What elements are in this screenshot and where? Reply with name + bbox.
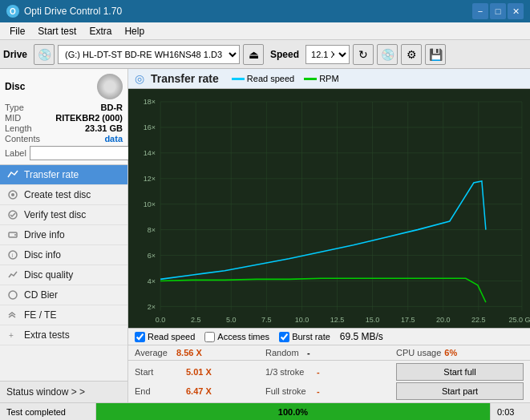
svg-text:10×: 10× (144, 200, 156, 208)
access-times-checkbox[interactable] (204, 332, 215, 342)
status-window-button[interactable]: Status window > > (0, 381, 127, 402)
disc-length-label: Length (5, 123, 32, 133)
access-times-checkbox-label: Access times (217, 332, 269, 341)
action-end-row: End 6.47 X (135, 382, 262, 400)
menu-help[interactable]: Help (118, 24, 151, 38)
nav-disc-quality[interactable]: Disc quality (0, 265, 127, 285)
svg-text:8×: 8× (148, 226, 156, 234)
nav-cd-bier[interactable]: CD Bier (0, 285, 127, 305)
svg-point-1 (11, 193, 14, 196)
stat-random-value: - (307, 348, 310, 357)
time-display: 0:03 (490, 403, 530, 420)
disc-contents-row: Contents data (5, 134, 123, 143)
svg-text:14×: 14× (144, 149, 156, 157)
start-part-button[interactable]: Start part (396, 382, 524, 400)
nav-verify-test-disc-label: Verify test disc (24, 209, 86, 220)
disc-mid-label: MID (5, 113, 21, 123)
svg-text:4×: 4× (148, 277, 156, 285)
chart-title: Transfer rate (151, 72, 219, 85)
svg-text:18×: 18× (144, 98, 156, 106)
chart-svg: 18× 16× 14× 12× 10× 8× 6× 4× 2× 0.0 2.5 … (128, 89, 530, 328)
main-content: Disc Type BD-R MID RITEKBR2 (000) Length… (0, 69, 530, 402)
disc-type-value: BD-R (101, 103, 123, 112)
stat-random-label: Random (265, 348, 304, 357)
svg-text:12.5: 12.5 (330, 315, 345, 323)
stat-cpu-value: 6% (444, 348, 457, 357)
menu-bar: File Start test Extra Help (0, 22, 530, 40)
title-controls: − □ ✕ (472, 3, 524, 19)
action-full-stroke-value: - (317, 386, 320, 396)
action-stroke-1-3-value: - (317, 367, 320, 377)
svg-text:7.5: 7.5 (261, 315, 272, 323)
refresh-button[interactable]: ↻ (353, 44, 374, 65)
chart-icon: ◎ (135, 72, 144, 85)
chart-area: ◎ Transfer rate Read speed RPM (128, 69, 530, 402)
disc-contents-label: Contents (5, 134, 40, 143)
action-start-label: Start (135, 367, 183, 377)
nav-verify-test-disc[interactable]: Verify test disc (0, 205, 127, 225)
nav-drive-info[interactable]: Drive info (0, 225, 127, 245)
checkbox-access-times[interactable]: Access times (204, 332, 269, 342)
stat-random-row: Random - (265, 348, 393, 357)
save-button[interactable]: 💾 (425, 44, 446, 65)
disc-type-row: Type BD-R (5, 103, 123, 112)
checkbox-read-speed[interactable]: Read speed (135, 332, 195, 342)
menu-extra[interactable]: Extra (83, 24, 118, 38)
nav-disc-info[interactable]: i Disc info (0, 245, 127, 265)
drive-select[interactable]: (G:) HL-DT-ST BD-RE WH16NS48 1.D3 (58, 45, 240, 64)
toolbar: Drive 💿 (G:) HL-DT-ST BD-RE WH16NS48 1.D… (0, 40, 530, 69)
drive-info-icon (6, 228, 19, 241)
disc-label-row: Label 🔍 (5, 145, 123, 161)
disc-button[interactable]: 💿 (377, 44, 398, 65)
nav-extra-tests-label: Extra tests (24, 329, 70, 341)
stat-cpu-label: CPU usage (396, 348, 441, 357)
nav-extra-tests[interactable]: + Extra tests (0, 325, 127, 345)
nav-disc-info-label: Disc info (24, 249, 61, 260)
action-start-value: 5.01 X (186, 367, 212, 377)
speed-label: Speed (270, 49, 299, 60)
minimize-button[interactable]: − (472, 3, 488, 19)
svg-text:17.5: 17.5 (401, 315, 415, 323)
read-speed-checkbox[interactable] (135, 332, 145, 342)
maximize-button[interactable]: □ (490, 3, 506, 19)
checkbox-burst-rate[interactable]: Burst rate (279, 332, 330, 342)
disc-type-label: Type (5, 103, 24, 112)
svg-text:16×: 16× (144, 123, 156, 131)
eject-button[interactable]: ⏏ (243, 44, 264, 65)
nav-transfer-rate[interactable]: Transfer rate (0, 165, 127, 185)
burst-rate-checkbox[interactable] (279, 332, 289, 342)
burst-rate-checkbox-label: Burst rate (292, 332, 330, 341)
svg-text:12×: 12× (144, 175, 156, 183)
action-end-label: End (135, 386, 183, 396)
disc-length-value: 23.31 GB (85, 123, 123, 133)
svg-rect-9 (128, 89, 530, 328)
disc-contents-value[interactable]: data (104, 134, 123, 143)
svg-text:2×: 2× (148, 302, 156, 310)
disc-panel: Disc Type BD-R MID RITEKBR2 (000) Length… (0, 69, 127, 165)
action-start-row: Start 5.01 X (135, 363, 262, 381)
svg-text:15.0: 15.0 (366, 315, 380, 323)
disc-icon (97, 74, 123, 99)
verify-test-disc-icon (6, 208, 19, 221)
status-bar: Test completed 100.0% 0:03 (0, 402, 530, 420)
svg-text:5.0: 5.0 (226, 315, 237, 323)
action-stroke-1-3-row: 1/3 stroke - (265, 363, 393, 381)
legend-read-speed-color (232, 78, 245, 80)
legend-rpm-label: RPM (319, 74, 338, 83)
nav-drive-info-label: Drive info (24, 229, 65, 240)
nav-fe-te-label: FE / TE (24, 309, 56, 321)
legend-rpm-color (304, 78, 317, 80)
nav-cd-bier-label: CD Bier (24, 289, 58, 301)
start-full-button[interactable]: Start full (396, 363, 524, 381)
nav-create-test-disc[interactable]: Create test disc (0, 185, 127, 205)
stat-average-row: Average 8.56 X (135, 348, 262, 357)
transfer-rate-icon (6, 168, 19, 181)
menu-file[interactable]: File (3, 24, 31, 38)
settings-button[interactable]: ⚙ (401, 44, 422, 65)
speed-select[interactable]: 12.1 X ↓ (305, 45, 350, 64)
close-button[interactable]: ✕ (508, 3, 524, 19)
progress-text: 100.0% (278, 407, 308, 417)
burst-rate-value: 69.5 MB/s (340, 331, 383, 342)
nav-fe-te[interactable]: FE / TE (0, 305, 127, 325)
menu-start-test[interactable]: Start test (31, 24, 83, 38)
